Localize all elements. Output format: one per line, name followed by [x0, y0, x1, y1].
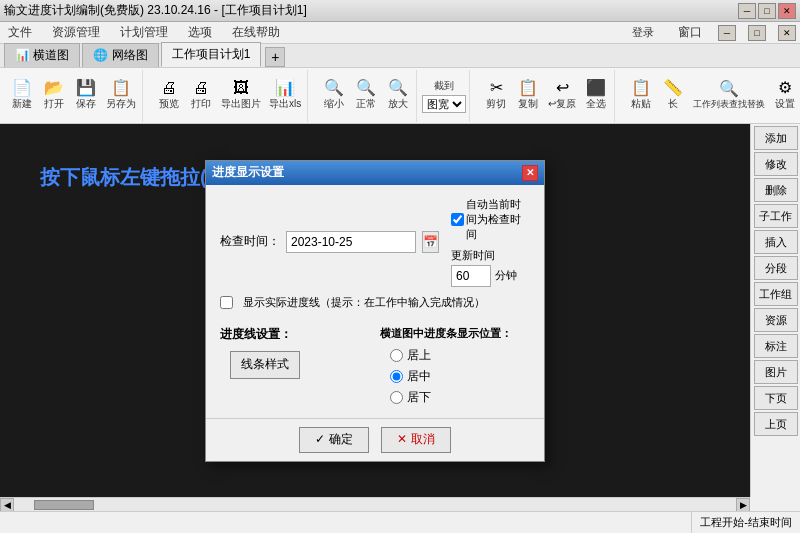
horizontal-scrollbar[interactable]: ◀ ▶ [0, 497, 750, 511]
tab-network-label: 网络图 [112, 48, 148, 62]
select-all-button[interactable]: ⬛ 全选 [581, 77, 611, 114]
open-icon: 📂 [44, 80, 64, 96]
next-page-button[interactable]: 下页 [754, 386, 798, 410]
menu-plan[interactable]: 计划管理 [116, 22, 172, 43]
toolbar-file-group: 📄 新建 📂 打开 💾 保存 📋 另存为 [4, 70, 143, 122]
gantt-position-section: 横道图中进度条显示位置： 居上 居中 [380, 326, 530, 406]
save-button[interactable]: 💾 保存 [71, 77, 101, 114]
save-icon: 💾 [76, 80, 96, 96]
menu-file[interactable]: 文件 [4, 22, 36, 43]
zoom-normal-icon: 🔍 [356, 80, 376, 96]
delete-button[interactable]: 删除 [754, 178, 798, 202]
annotation-button[interactable]: 标注 [754, 334, 798, 358]
menu-window[interactable]: 窗口 [674, 22, 706, 43]
copy-button[interactable]: 📋 复制 [513, 77, 543, 114]
scroll-right-button[interactable]: ▶ [736, 498, 750, 512]
add-tab-button[interactable]: + [265, 47, 285, 67]
export-image-button[interactable]: 🖼 导出图片 [218, 77, 264, 114]
new-button[interactable]: 📄 新建 [7, 77, 37, 114]
toolbar-print-group: 🖨 预览 🖨 打印 🖼 导出图片 📊 导出xls [151, 70, 308, 122]
resources-button[interactable]: 资源 [754, 308, 798, 332]
open-button[interactable]: 📂 打开 [39, 77, 69, 114]
tab-network-icon: 🌐 [93, 48, 111, 62]
paste-button[interactable]: 📋 粘贴 [626, 77, 656, 114]
position-middle-radio[interactable] [390, 370, 403, 383]
sub-work-button[interactable]: 子工作 [754, 204, 798, 228]
inner-close-btn[interactable]: ✕ [778, 25, 796, 41]
saveas-button[interactable]: 📋 另存为 [103, 77, 139, 114]
check-time-input[interactable] [286, 231, 416, 253]
show-progress-row: 显示实际进度线（提示：在工作中输入完成情况） [220, 295, 530, 310]
confirm-button[interactable]: ✓ 确定 [299, 427, 369, 453]
title-bar: 输文进度计划编制(免费版) 23.10.24.16 - [工作项目计划1] ─ … [0, 0, 800, 22]
dialog-title-bar[interactable]: 进度显示设置 ✕ [206, 161, 544, 185]
print-button[interactable]: 🖨 打印 [186, 77, 216, 114]
preview-button[interactable]: 🖨 预览 [154, 77, 184, 114]
update-minutes-input[interactable] [451, 265, 491, 287]
tab-gantt-label: 横道图 [33, 48, 69, 62]
close-button[interactable]: ✕ [778, 3, 796, 19]
scroll-thumb[interactable] [34, 500, 94, 510]
toolbar-zoom-group: 🔍 缩小 🔍 正常 🔍 放大 [316, 70, 417, 122]
settings-icon: ⚙ [778, 80, 792, 96]
dialog-footer: ✓ 确定 ✕ 取消 [206, 418, 544, 461]
image-button[interactable]: 图片 [754, 360, 798, 384]
position-bottom-radio[interactable] [390, 391, 403, 404]
calendar-button[interactable]: 📅 [422, 231, 439, 253]
tab-bar: 📊 横道图 🌐 网络图 工作项目计划1 + [0, 44, 800, 68]
zoom-normal-button[interactable]: 🔍 正常 [351, 77, 381, 114]
settings-button[interactable]: ⚙ 设置 [770, 77, 800, 114]
work-group-button[interactable]: 工作组 [754, 282, 798, 306]
inner-maximize-btn[interactable]: □ [748, 25, 766, 41]
insert-button[interactable]: 插入 [754, 230, 798, 254]
auto-time-checkbox[interactable] [451, 213, 464, 226]
tab-gantt[interactable]: 📊 横道图 [4, 43, 80, 67]
progress-line-section: 进度线设置： 线条样式 [220, 326, 370, 406]
position-bottom-row: 居下 [390, 389, 530, 406]
check-time-label: 检查时间： [220, 233, 280, 250]
tab-project[interactable]: 工作项目计划1 [161, 42, 262, 67]
cut-icon: ✂ [490, 80, 503, 96]
update-time-label: 更新时间 [451, 248, 495, 263]
menu-resources[interactable]: 资源管理 [48, 22, 104, 43]
view-select[interactable]: 图宽 全屏 正常 [422, 95, 466, 113]
inner-minimize-btn[interactable]: ─ [718, 25, 736, 41]
cancel-button[interactable]: ✕ 取消 [381, 427, 451, 453]
status-left [0, 511, 691, 533]
add-work-button[interactable]: 添加 [754, 126, 798, 150]
zoom-in-icon: 🔍 [388, 80, 408, 96]
minimize-button[interactable]: ─ [738, 3, 756, 19]
line-style-button[interactable]: 线条样式 [230, 351, 300, 379]
edit-button[interactable]: 修改 [754, 152, 798, 176]
export-xls-button[interactable]: 📊 导出xls [266, 77, 304, 114]
find-replace-button[interactable]: 🔍 工作列表查找替换 [690, 78, 768, 114]
login-link[interactable]: 登录 [632, 25, 654, 40]
saveas-icon: 📋 [111, 80, 131, 96]
menu-help[interactable]: 在线帮助 [228, 22, 284, 43]
segment-button[interactable]: 分段 [754, 256, 798, 280]
prev-page-button[interactable]: 上页 [754, 412, 798, 436]
maximize-button[interactable]: □ [758, 3, 776, 19]
scroll-left-button[interactable]: ◀ [0, 498, 14, 512]
status-bar: 工程开始-结束时间 [0, 511, 800, 533]
status-right-text: 工程开始-结束时间 [700, 515, 792, 530]
preview-icon: 🖨 [161, 80, 177, 96]
canvas-area[interactable]: 按下鼠标左键拖拉(或双击)即可添加工作 进度显示设置 ✕ 检查时间： [0, 124, 750, 497]
dialog-close-button[interactable]: ✕ [522, 165, 538, 181]
cut-button[interactable]: ✂ 剪切 [481, 77, 511, 114]
undo-button[interactable]: ↩ ↩复原 [545, 77, 579, 114]
zoom-in-button[interactable]: 🔍 放大 [383, 77, 413, 114]
paste-icon: 📋 [631, 80, 651, 96]
gantt-position-label: 横道图中进度条显示位置： [380, 326, 530, 341]
tab-network[interactable]: 🌐 网络图 [82, 43, 158, 67]
menu-options[interactable]: 选项 [184, 22, 216, 43]
tab-gantt-icon: 📊 [15, 48, 33, 62]
find-icon: 🔍 [719, 81, 739, 97]
undo-icon: ↩ [556, 80, 569, 96]
position-top-radio[interactable] [390, 349, 403, 362]
zoom-out-button[interactable]: 🔍 缩小 [319, 77, 349, 114]
length-button[interactable]: 📏 长 [658, 77, 688, 114]
tab-project-label: 工作项目计划1 [172, 47, 251, 61]
show-progress-checkbox[interactable] [220, 296, 233, 309]
title-controls: ─ □ ✕ [738, 3, 796, 19]
